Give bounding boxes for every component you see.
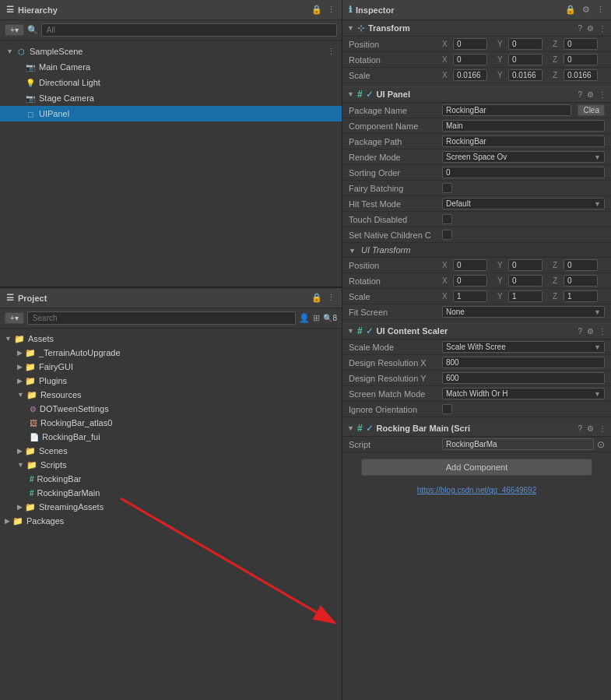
uitransform-pos-z-input[interactable]: [564, 259, 598, 271]
fairy-batching-checkbox[interactable]: [442, 183, 452, 193]
position-y-input[interactable]: [508, 38, 543, 50]
package-name-input[interactable]: [442, 104, 571, 116]
tree-item-samplescene[interactable]: ▼ ⬡ SampleScene ⋮: [0, 44, 342, 59]
scaler-checkmark[interactable]: ✓: [366, 325, 374, 336]
scale-y-input[interactable]: [508, 69, 543, 81]
plugins-arrow[interactable]: ▶: [17, 377, 23, 385]
tree-item-dirlight[interactable]: ▶ 💡 Directional Light: [0, 75, 342, 90]
project-menu-icon[interactable]: ☰: [6, 293, 14, 303]
proj-item-rockingbarmain[interactable]: # RockingBarMain: [0, 486, 342, 500]
sorting-order-input[interactable]: [442, 167, 605, 178]
screen-match-dropdown[interactable]: Match Width Or H ▼: [442, 388, 605, 399]
uipanel-checkmark[interactable]: ✓: [366, 89, 374, 100]
fit-screen-dropdown[interactable]: None ▼: [442, 306, 605, 318]
render-mode-dropdown[interactable]: Screen Space Ov ▼: [442, 151, 605, 163]
uipanel-settings-icon[interactable]: ⚙: [587, 90, 594, 99]
project-search-input[interactable]: [27, 311, 297, 325]
scale-z-input[interactable]: [564, 69, 598, 81]
proj-item-streaming[interactable]: ▶ 📁 StreamingAssets: [0, 500, 342, 514]
inspector-lock-icon[interactable]: 🔒: [565, 5, 576, 15]
touch-disabled-checkbox[interactable]: [442, 214, 452, 224]
scripts-arrow[interactable]: ▼: [17, 461, 24, 469]
scaler-expand-arrow[interactable]: ▼: [347, 327, 354, 335]
proj-item-scenes[interactable]: ▶ 📁 Scenes: [0, 444, 342, 458]
transform-settings-icon[interactable]: ⚙: [587, 24, 594, 33]
uipanel-more-icon[interactable]: ⋮: [599, 90, 606, 99]
fairygui-arrow[interactable]: ▶: [17, 363, 23, 371]
proj-item-fairygui[interactable]: ▶ 📁 FairyGUI: [0, 360, 342, 374]
rbmain-expand-arrow[interactable]: ▼: [347, 424, 354, 432]
project-more-icon[interactable]: ⋮: [327, 293, 335, 303]
packages-arrow[interactable]: ▶: [5, 517, 10, 525]
proj-item-fui[interactable]: 📄 RockingBar_fui: [0, 430, 342, 444]
proj-item-plugins[interactable]: ▶ 📁 Plugins: [0, 374, 342, 388]
rbmain-checkmark[interactable]: ✓: [366, 423, 374, 434]
expand-arrow-samplescene[interactable]: ▼: [6, 47, 16, 55]
tree-item-maincamera[interactable]: ▶ 📷 Main Camera: [0, 59, 342, 75]
add-component-button[interactable]: Add Component: [361, 459, 592, 476]
proj-icon2[interactable]: ⊞: [313, 313, 320, 323]
proj-item-resources[interactable]: ▼ 📁 Resources: [0, 388, 342, 402]
hierarchy-more-icon[interactable]: ⋮: [327, 5, 335, 15]
scale-mode-dropdown[interactable]: Scale With Scree ▼: [442, 341, 605, 353]
design-res-y-input[interactable]: [442, 372, 605, 384]
rotation-y-input[interactable]: [508, 54, 543, 65]
hierarchy-lock-icon[interactable]: 🔒: [311, 5, 322, 15]
hierarchy-menu-icon[interactable]: ☰: [6, 5, 14, 15]
uitransform-rot-z-input[interactable]: [564, 275, 598, 287]
design-res-x-input[interactable]: [442, 357, 605, 368]
inspector-settings-icon[interactable]: ⚙: [582, 5, 590, 15]
transform-more-icon[interactable]: ⋮: [599, 24, 606, 33]
rbmain-settings-icon[interactable]: ⚙: [587, 424, 594, 433]
uitransform-pos-x-input[interactable]: [453, 259, 487, 271]
scaler-more-icon[interactable]: ⋮: [599, 327, 606, 336]
rbmain-more-icon[interactable]: ⋮: [599, 424, 606, 433]
proj-item-rockingbar[interactable]: # RockingBar: [0, 472, 342, 486]
proj-icon1[interactable]: 👤: [299, 313, 310, 323]
position-x-input[interactable]: [453, 38, 487, 50]
uitransform-rot-y-input[interactable]: [508, 275, 543, 287]
scene-more-icon[interactable]: ⋮: [327, 47, 335, 57]
tree-item-stagecamera[interactable]: ▶ 📷 Stage Camera: [0, 90, 342, 106]
hierarchy-add-button[interactable]: +▾: [5, 24, 24, 36]
tree-item-uipanel[interactable]: ▶ ◻ UIPanel: [0, 106, 342, 121]
project-lock-icon[interactable]: 🔒: [311, 293, 322, 303]
proj-item-dotween[interactable]: ⚙ DOTweenSettings: [0, 402, 342, 416]
set-native-checkbox[interactable]: [442, 230, 452, 240]
project-add-button[interactable]: +▾: [5, 312, 24, 324]
terrain-arrow[interactable]: ▶: [17, 349, 23, 357]
package-path-input[interactable]: [442, 135, 605, 147]
rotation-z-input[interactable]: [564, 54, 598, 65]
position-z-input[interactable]: [564, 38, 598, 50]
uitransform-rot-x-input[interactable]: [453, 275, 487, 287]
streaming-arrow[interactable]: ▶: [17, 503, 23, 511]
proj-item-packages[interactable]: ▶ 📁 Packages: [0, 514, 342, 528]
uipanel-help-icon[interactable]: ?: [578, 90, 582, 99]
script-input[interactable]: [442, 438, 594, 450]
proj-item-atlas[interactable]: 🖼 RockingBar_atlas0: [0, 416, 342, 430]
scenes-arrow[interactable]: ▶: [17, 447, 23, 455]
proj-item-scripts[interactable]: ▼ 📁 Scripts: [0, 458, 342, 472]
hit-test-dropdown[interactable]: Default ▼: [442, 198, 605, 209]
proj-item-assets[interactable]: ▼ 📁 Assets: [0, 332, 342, 346]
component-name-input[interactable]: [442, 120, 605, 132]
package-name-clear-button[interactable]: Clea: [578, 104, 605, 116]
rbmain-help-icon[interactable]: ?: [578, 424, 582, 433]
hierarchy-search-input[interactable]: [41, 23, 337, 37]
uitransform-pos-y-input[interactable]: [508, 259, 543, 271]
scaler-help-icon[interactable]: ?: [578, 327, 582, 336]
uitransform-scale-z-input[interactable]: [564, 290, 598, 302]
proj-item-terrain[interactable]: ▶ 📁 _TerrainAutoUpgrade: [0, 346, 342, 360]
script-target-icon[interactable]: ⊙: [597, 439, 605, 450]
rotation-x-input[interactable]: [453, 54, 487, 65]
uitransform-expand-arrow[interactable]: ▼: [349, 247, 356, 255]
uipanel-expand-arrow[interactable]: ▼: [347, 90, 354, 98]
transform-help-icon[interactable]: ?: [578, 24, 582, 33]
ignore-orient-checkbox[interactable]: [442, 404, 452, 414]
transform-expand-arrow[interactable]: ▼: [347, 24, 354, 32]
scaler-settings-icon[interactable]: ⚙: [587, 327, 594, 336]
inspector-more-icon[interactable]: ⋮: [596, 5, 605, 15]
scale-x-input[interactable]: [453, 69, 487, 81]
uitransform-scale-y-input[interactable]: [508, 290, 543, 302]
assets-arrow[interactable]: ▼: [5, 335, 12, 343]
